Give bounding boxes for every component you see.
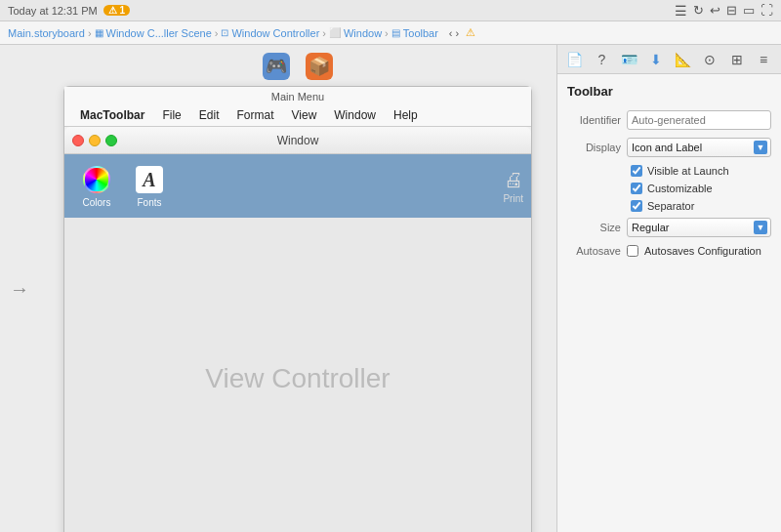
display-row: Display Icon and Label Icon Only Label O… [567, 138, 771, 157]
breadcrumb-nav-forward[interactable]: › [456, 27, 460, 39]
menu-items-row: MacToolbar File Edit Format View Window … [64, 106, 531, 124]
window-chrome: Window [64, 127, 531, 154]
floating-icons-row: 🎮 📦 [63, 53, 532, 80]
autosave-label: Autosave [567, 245, 621, 257]
bindings-inspector-icon[interactable]: ⊞ [726, 49, 748, 70]
print-label: Print [503, 193, 523, 204]
separator-checkbox[interactable] [631, 200, 642, 212]
close-button[interactable] [72, 135, 84, 146]
size-select-container: Regular Small ▼ [627, 218, 771, 237]
breadcrumb-icon-window: ⬜ [329, 27, 341, 38]
menu-mactoolbar[interactable]: MacToolbar [72, 106, 152, 124]
sep1: › [88, 27, 92, 39]
menu-view[interactable]: View [284, 106, 325, 124]
autosave-row: Autosave Autosaves Configuration [567, 245, 771, 257]
autosaves-config-checkbox[interactable] [627, 245, 638, 257]
window-title: Window [277, 134, 319, 147]
toolbar-fonts-item[interactable]: A Fonts [125, 160, 174, 212]
breadcrumb-icon-scene: ▦ [95, 27, 103, 38]
visible-at-launch-row: Visible at Launch [567, 165, 771, 177]
connection-arrow: → [10, 277, 29, 300]
top-bar: Today at 12:31 PM ⚠ 1 ☰ ↻ ↩ ⊟ ▭ ⛶ [0, 0, 781, 21]
menu-window[interactable]: Window [326, 106, 384, 124]
customizable-checkbox[interactable] [631, 183, 642, 194]
customizable-label: Customizable [647, 183, 713, 194]
breadcrumb-window[interactable]: Window [344, 27, 382, 39]
inspector-title: Toolbar [567, 84, 771, 99]
breadcrumb-storyboard[interactable]: Main.storyboard [8, 27, 85, 39]
display-select[interactable]: Icon and Label Icon Only Label Only [627, 138, 771, 157]
fonts-label: Fonts [137, 197, 161, 208]
view-controller-label: View Controller [205, 363, 390, 394]
main-menu-label: Main Menu [64, 91, 531, 102]
inspector-icons-row: 📄 ? 🪪 ⬇ 📐 ⊙ ⊞ ≡ [557, 45, 781, 74]
visible-at-launch-checkbox[interactable] [631, 165, 642, 177]
breadcrumb-nav-back[interactable]: ‹ [449, 27, 453, 39]
inspector-content: Toolbar Identifier Display Icon and Labe… [557, 74, 781, 532]
box-icon[interactable]: 📦 [306, 53, 333, 80]
controller-icon[interactable]: 🎮 [263, 53, 290, 80]
identifier-input[interactable] [627, 110, 771, 130]
font-icon: A [134, 164, 165, 195]
sep3: › [322, 27, 326, 39]
breadcrumb-icon-toolbar: ▤ [391, 27, 400, 38]
identifier-row: Identifier [567, 110, 771, 130]
color-wheel-icon [81, 164, 112, 195]
separator-label: Separator [647, 200, 694, 212]
window-mock: Window Main Menu MacToolbar File Edit Fo… [63, 86, 532, 532]
attributes-inspector-icon[interactable]: ⬇ [645, 49, 667, 70]
traffic-lights [72, 135, 117, 146]
menu-help[interactable]: Help [386, 106, 426, 124]
sep2: › [215, 27, 219, 39]
connections-inspector-icon[interactable]: ⊙ [699, 49, 720, 70]
datetime-label: Today at 12:31 PM [8, 5, 98, 17]
identifier-label: Identifier [567, 114, 621, 126]
main-menu-bar: Window Main Menu MacToolbar File Edit Fo… [64, 87, 531, 127]
size-inspector-icon[interactable]: 📐 [672, 49, 693, 70]
menu-file[interactable]: File [154, 106, 188, 124]
file-inspector-icon[interactable]: 📄 [564, 49, 586, 70]
effects-inspector-icon[interactable]: ≡ [753, 49, 774, 70]
main-layout: → 🎮 📦 Window Main Menu MacToolbar File E… [0, 45, 781, 532]
layout-icon[interactable]: ▭ [743, 3, 755, 18]
visible-at-launch-label: Visible at Launch [647, 165, 729, 177]
sep4: › [385, 27, 389, 39]
canvas-area: → 🎮 📦 Window Main Menu MacToolbar File E… [0, 45, 556, 532]
colors-label: Colors [83, 197, 111, 208]
separator-row: Separator [567, 200, 771, 212]
help-inspector-icon[interactable]: ? [591, 49, 612, 70]
menu-edit[interactable]: Edit [191, 106, 227, 124]
size-select[interactable]: Regular Small [627, 218, 771, 237]
breadcrumb-controller[interactable]: Window Controller [231, 27, 319, 39]
breadcrumb-scene[interactable]: Window C...ller Scene [106, 27, 212, 39]
menu-format[interactable]: Format [228, 106, 281, 124]
lines-icon[interactable]: ☰ [675, 3, 687, 19]
toolbar-content-area: Colors A Fonts 🖨 Print [64, 154, 531, 218]
refresh-icon[interactable]: ↻ [693, 3, 704, 18]
back-icon[interactable]: ↩ [710, 3, 720, 18]
size-label: Size [567, 222, 621, 233]
display-select-container: Icon and Label Icon Only Label Only ▼ [627, 138, 771, 157]
toolbar-colors-item[interactable]: Colors [72, 160, 121, 212]
toolbar-print-item[interactable]: 🖨 Print [503, 169, 523, 204]
identity-inspector-icon[interactable]: 🪪 [618, 49, 639, 70]
split-view-icon[interactable]: ⊟ [726, 3, 737, 18]
breadcrumb: Main.storyboard › ▦ Window C...ller Scen… [0, 21, 781, 45]
display-label: Display [567, 142, 621, 153]
minimize-button[interactable] [89, 135, 101, 146]
window-body: View Controller [64, 218, 531, 532]
inspector-panel: 📄 ? 🪪 ⬇ 📐 ⊙ ⊞ ≡ Toolbar Identifier Displ… [556, 45, 781, 532]
warning-icon: ⚠ [108, 5, 117, 16]
warning-badge: ⚠ 1 [103, 5, 130, 16]
breadcrumb-toolbar[interactable]: Toolbar [403, 27, 438, 39]
print-icon: 🖨 [504, 169, 523, 191]
size-row: Size Regular Small ▼ [567, 218, 771, 237]
zoom-button[interactable] [105, 135, 117, 146]
fullscreen-icon[interactable]: ⛶ [760, 3, 773, 18]
warning-triangle: ⚠ [466, 26, 475, 39]
customizable-row: Customizable [567, 183, 771, 194]
top-bar-right: ☰ ↻ ↩ ⊟ ▭ ⛶ [675, 3, 773, 19]
breadcrumb-icon-controller: ⊡ [221, 27, 228, 38]
autosaves-config-label: Autosaves Configuration [644, 245, 761, 257]
